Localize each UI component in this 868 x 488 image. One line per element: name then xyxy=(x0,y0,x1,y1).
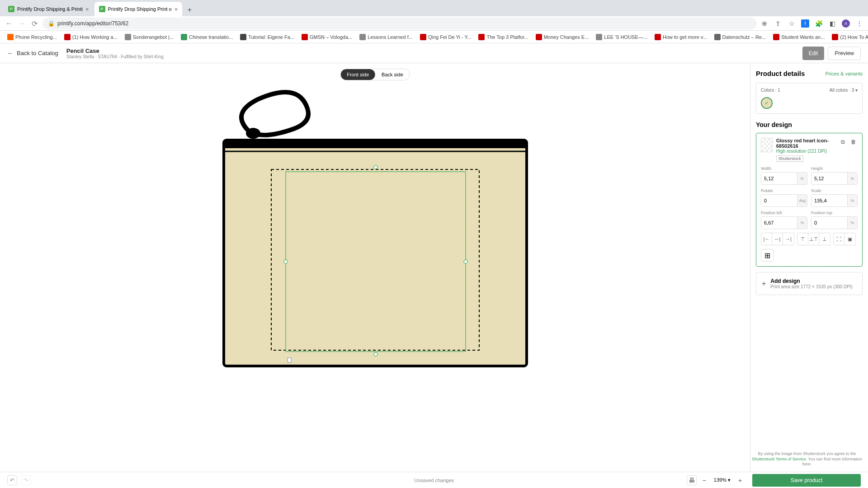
bookmark-label: Phone Recycling... xyxy=(15,34,57,40)
zoom-value[interactable]: 139% ▾ xyxy=(712,477,732,483)
pencil-case-svg xyxy=(217,86,533,375)
bookmark-item[interactable]: The Top 3 Platfor... xyxy=(476,33,531,41)
bookmark-favicon-icon xyxy=(536,34,542,40)
align-right-icon[interactable]: →| xyxy=(783,233,794,245)
address-bar[interactable]: 🔒 printify.com/app/editor/753/62 xyxy=(42,18,757,29)
bookmark-item[interactable]: (2) How To Add A... xyxy=(829,33,868,41)
bookmark-label: LEE 'S HOUSE—... xyxy=(604,34,647,40)
add-design-button[interactable]: + Add design Print area size 1772 × 1535… xyxy=(756,272,863,295)
bookmark-item[interactable]: (1) How Working a... xyxy=(61,33,120,41)
layer-resolution: High resolution (221 DPI) xyxy=(776,149,835,154)
svg-point-6 xyxy=(284,260,288,263)
bookmark-item[interactable]: Lessons Learned f... xyxy=(357,33,415,41)
product-mockup[interactable] xyxy=(217,86,533,377)
new-tab-button[interactable]: + xyxy=(183,4,196,16)
avatar-icon[interactable]: A xyxy=(842,19,850,28)
trash-icon[interactable]: 🗑 xyxy=(849,138,858,146)
pattern-icon[interactable]: ⊞ xyxy=(761,249,774,262)
bookmark-item[interactable]: Phone Recycling... xyxy=(5,33,60,41)
unit: % xyxy=(847,195,857,206)
bookmark-item[interactable]: Student Wants an... xyxy=(770,33,827,41)
product-info: Pencil Case Stanley Stella · STAU764 · F… xyxy=(66,47,164,59)
print-icon[interactable]: 🖶 xyxy=(687,475,697,485)
rotate-input[interactable] xyxy=(761,195,797,206)
scale-input[interactable] xyxy=(811,195,847,206)
layer-source-tag: Shutterstock xyxy=(776,155,803,162)
height-label: Height xyxy=(811,166,858,171)
bookmark-label: Qing Fei De Yi - Y... xyxy=(428,34,472,40)
bookmark-item[interactable]: LEE 'S HOUSE—... xyxy=(593,33,650,41)
width-input[interactable] xyxy=(761,173,797,184)
puzzle-icon[interactable]: 🧩 xyxy=(815,19,823,28)
forward-icon[interactable]: → xyxy=(17,19,26,28)
bookmark-item[interactable]: Qing Fei De Yi - Y... xyxy=(417,33,474,41)
reload-icon[interactable]: ⟳ xyxy=(30,19,39,28)
align-center-v-icon[interactable]: ⊥⊤ xyxy=(808,233,819,245)
status-text: Unsaved changes xyxy=(414,478,454,483)
browser-actions: ⊕ ⇪ ☆ f 🧩 ◧ A ⋮ xyxy=(760,19,863,28)
align-top-icon[interactable]: ⊤ xyxy=(797,233,808,245)
bookmark-favicon-icon xyxy=(359,34,366,40)
preview-button[interactable]: Preview xyxy=(828,47,861,60)
bookmark-favicon-icon xyxy=(7,34,14,40)
redo-button[interactable]: ↷ xyxy=(21,475,31,485)
bookmark-favicon-icon xyxy=(832,34,838,40)
bookmark-item[interactable]: How to get more v... xyxy=(652,33,710,41)
bookmark-favicon-icon xyxy=(302,34,308,40)
back-to-catalog[interactable]: ← Back to Catalog xyxy=(7,50,58,56)
bookmark-label: How to get more v... xyxy=(663,34,707,40)
star-icon[interactable]: ☆ xyxy=(788,19,796,28)
translate-icon[interactable]: ⊕ xyxy=(760,19,769,28)
tab-back-side[interactable]: Back side xyxy=(375,69,410,80)
tab-front-side[interactable]: Front side xyxy=(340,69,375,80)
color-swatch-selected[interactable]: ✓ xyxy=(761,97,773,109)
bookmark-label: Money Changes E... xyxy=(544,34,589,40)
position-top-input[interactable] xyxy=(811,217,847,229)
arrow-left-icon: ← xyxy=(7,50,13,56)
prices-variants-link[interactable]: Prices & variants xyxy=(825,71,863,76)
shutterstock-tos-link[interactable]: Shutterstock Terms of Service xyxy=(752,457,806,461)
save-product-button[interactable]: Save product xyxy=(752,474,861,487)
close-icon[interactable]: × xyxy=(85,6,89,13)
bookmark-favicon-icon xyxy=(655,34,661,40)
copy-icon[interactable]: ⧉ xyxy=(839,138,847,146)
extension-icon[interactable]: f xyxy=(801,19,809,28)
close-icon[interactable]: × xyxy=(175,6,178,13)
canvas-area[interactable]: Front side Back side xyxy=(0,63,750,472)
bookmark-favicon-icon xyxy=(420,34,426,40)
all-colors-dropdown[interactable]: All colors · 3 ▾ xyxy=(830,88,858,93)
align-center-h-icon[interactable]: ↔| xyxy=(772,233,783,245)
add-design-label: Add design xyxy=(770,278,853,284)
bookmark-label: GMSN – Vologda... xyxy=(310,34,352,40)
position-left-input[interactable] xyxy=(761,217,797,229)
layer-thumbnail[interactable] xyxy=(761,138,773,152)
bookmark-favicon-icon xyxy=(773,34,779,40)
bookmark-item[interactable]: Chinese translatio... xyxy=(178,33,236,41)
browser-tab[interactable]: P Printify Drop Shipping & Printi × xyxy=(4,2,94,16)
back-icon[interactable]: ← xyxy=(5,19,14,28)
bookmark-label: Lessons Learned f... xyxy=(368,34,413,40)
unit: % xyxy=(847,217,857,229)
bookmark-item[interactable]: Sonderangebot |... xyxy=(122,33,176,41)
fill-icon[interactable]: ▣ xyxy=(844,233,855,245)
zoom-in-button[interactable]: + xyxy=(735,475,745,485)
plus-icon: + xyxy=(762,280,766,288)
bookmark-favicon-icon xyxy=(240,34,246,40)
edit-button[interactable]: Edit xyxy=(802,47,825,60)
height-input[interactable] xyxy=(811,173,847,184)
menu-icon[interactable]: ⋮ xyxy=(855,19,863,28)
undo-button[interactable]: ↶ xyxy=(7,475,17,485)
bookmark-item[interactable]: Money Changes E... xyxy=(533,33,592,41)
share-icon[interactable]: ⇪ xyxy=(774,19,782,28)
align-left-icon[interactable]: |← xyxy=(761,233,772,245)
browser-tab-active[interactable]: P Printify Drop Shipping Print o × xyxy=(94,2,183,16)
zoom-out-button[interactable]: − xyxy=(699,475,709,485)
bookmark-item[interactable]: Datenschutz – Re... xyxy=(712,33,769,41)
colors-box: Colors · 1 All colors · 3 ▾ ✓ xyxy=(756,83,863,114)
bookmark-item[interactable]: GMSN – Vologda... xyxy=(299,33,355,41)
bookmark-item[interactable]: Tutorial: Eigene Fa... xyxy=(237,33,297,41)
align-bottom-icon[interactable]: ⊥ xyxy=(819,233,830,245)
svg-point-8 xyxy=(374,165,377,169)
extension-icon[interactable]: ◧ xyxy=(828,19,836,28)
fit-icon[interactable]: ⛶ xyxy=(834,233,844,245)
